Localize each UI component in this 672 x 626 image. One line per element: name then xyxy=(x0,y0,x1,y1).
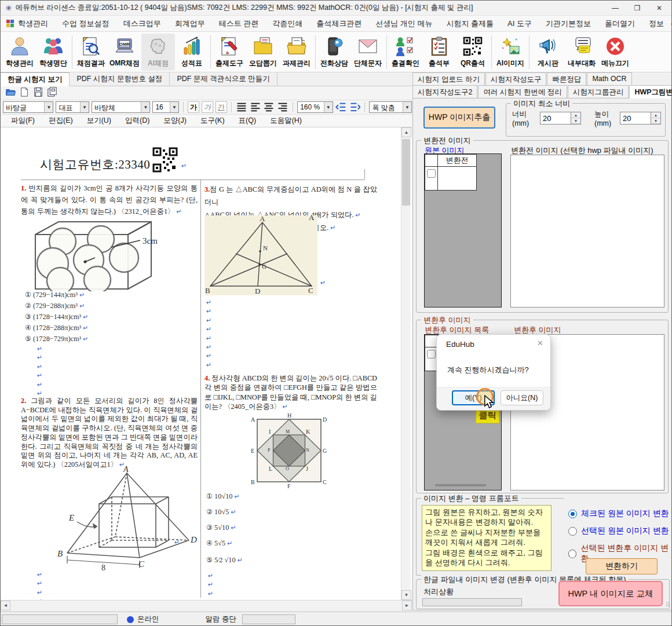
no-button[interactable]: 아니요(N) xyxy=(501,390,543,405)
toolbar-menu-off[interactable]: 메뉴끄기 xyxy=(598,34,632,71)
toolbar-student-manage[interactable]: 학생관리 xyxy=(3,34,36,71)
document-viewer[interactable]: 시험고유번호:23340 ↵ 1. 반지름의 길이가 3cm인 공 8개가 사각… xyxy=(1,127,412,600)
hwp-menu-table[interactable]: 표(Q) xyxy=(232,115,264,127)
width-spinner[interactable]: ▲▼ xyxy=(571,112,581,125)
menu-org-info[interactable]: 기관기본정보 xyxy=(539,16,598,31)
tab-hwp-exam-view[interactable]: 한글 시험지 보기 xyxy=(1,72,70,86)
scroll-down-button[interactable]: ▼ xyxy=(401,590,411,600)
hwp-menu-shape[interactable]: 모양(J) xyxy=(156,115,193,127)
tab-batch-organize[interactable]: 여러 시험지 한번에 정리 xyxy=(478,85,567,98)
tab-pdf-to-multiple-choice[interactable]: PDF 문제 객관식으로 만들기 xyxy=(170,72,277,86)
toolbar-group-sms[interactable]: 단체문자 xyxy=(351,34,385,71)
toolbar-ai-image[interactable]: AI이미지 xyxy=(494,34,527,71)
bold-button[interactable]: 가 xyxy=(188,101,199,113)
zoom-select[interactable]: 160 %▼ xyxy=(297,101,333,113)
toolbar-ai-grading[interactable]: AI채점 xyxy=(141,34,175,71)
toolbar-student-list[interactable]: 학생명단 xyxy=(36,34,70,71)
menu-ai-tools[interactable]: AI 도구 xyxy=(501,16,539,31)
save-as-button[interactable] xyxy=(47,87,57,99)
font-select[interactable]: 바탕체▼ xyxy=(92,101,150,113)
underline-button[interactable]: 간 xyxy=(216,101,227,113)
alarm-toggle-box[interactable] xyxy=(242,614,295,624)
hwp-menu-file[interactable]: 파일(F) xyxy=(4,115,42,127)
hwp-extract-button[interactable]: HWP 이미지추출 xyxy=(423,107,495,129)
toolbar-qr-attendance[interactable]: QR출석 xyxy=(456,34,490,71)
before-preview-box[interactable] xyxy=(510,155,664,307)
align-center-button[interactable] xyxy=(263,101,275,113)
scroll-left-button[interactable]: ◄ xyxy=(1,601,10,610)
tab-exam-upload[interactable]: 시험지 업로드 하기 xyxy=(412,72,485,85)
resize-grip[interactable]: ⠿ xyxy=(666,602,670,608)
vertical-scroll-thumb[interactable] xyxy=(402,139,410,206)
tab-exam-tool[interactable]: 시험지작성도구 xyxy=(485,72,547,85)
menu-class-info[interactable]: 수업 정보설정 xyxy=(55,16,116,31)
toolbar-omr-grading[interactable]: OMR OMR채점 xyxy=(108,34,141,71)
replace-hwp-image-button[interactable]: HWP 내 이미지로 교체 xyxy=(558,581,663,606)
scroll-up-button[interactable]: ▲ xyxy=(401,127,411,137)
menu-print[interactable]: 각종인쇄 xyxy=(265,16,309,31)
indent-decrease-button[interactable] xyxy=(335,101,347,113)
preset-select[interactable]: 대표▼ xyxy=(56,101,89,113)
minimize-button[interactable]: — xyxy=(605,2,625,14)
height-spinner[interactable]: ▲▼ xyxy=(651,112,661,125)
style-select[interactable]: 바탕글▼ xyxy=(3,101,53,113)
tab-exam-group[interactable]: 시험지그룹관리 xyxy=(568,85,629,98)
toolbar-attendance-check[interactable]: 출결확인 xyxy=(389,34,422,71)
radio-convert-checked-original[interactable]: 체크된 원본 이미지 변환 xyxy=(568,508,669,519)
font-size-select[interactable]: 16▼ xyxy=(152,101,179,113)
toolbar-attendance-book[interactable]: 출석부 xyxy=(422,34,456,71)
menu-attendance[interactable]: 출석체크관련 xyxy=(309,16,368,31)
menu-exam-tool[interactable]: 시험지 출제툴 xyxy=(439,16,501,31)
save-button[interactable] xyxy=(33,87,43,99)
convert-button[interactable]: 변환하기 xyxy=(586,558,658,574)
menu-info[interactable]: 정보 xyxy=(642,16,671,31)
tab-quick-answer[interactable]: 빠른정답 xyxy=(547,72,586,85)
source-image-list[interactable]: 변환전 xyxy=(424,153,502,307)
toolbar-phone-counsel[interactable]: 전화상담 xyxy=(317,34,351,71)
fit-width-select[interactable]: 폭 맞춤▼ xyxy=(369,101,412,113)
new-doc-button[interactable] xyxy=(19,87,30,99)
align-justify-button[interactable] xyxy=(236,101,247,113)
menu-accounting[interactable]: 회계업무 xyxy=(168,16,212,31)
italic-button[interactable]: 가 xyxy=(202,101,213,113)
hwp-menu-input[interactable]: 입력(D) xyxy=(118,115,156,127)
hwp-menu-tools[interactable]: 도구(K) xyxy=(193,115,232,127)
row-checkbox[interactable] xyxy=(427,169,436,178)
align-right-button[interactable] xyxy=(277,101,288,113)
menu-test[interactable]: 테스트 관련 xyxy=(212,16,266,31)
radio-convert-selected-original[interactable]: 선택된 원본 이미지 변환 xyxy=(568,526,669,536)
toolbar-report-card[interactable]: 성적표 xyxy=(175,34,209,71)
toolbar-board[interactable]: 게시판 xyxy=(531,34,565,71)
tab-exam-tool-2[interactable]: 시험지작성도구2 xyxy=(412,85,477,98)
toolbar-internal-chat[interactable]: 내부대화 xyxy=(565,34,598,71)
close-button[interactable]: ✕ xyxy=(649,2,669,14)
hwp-menu-view[interactable]: 보기(U) xyxy=(80,115,118,127)
toolbar-exam-tool[interactable]: 출제도구 xyxy=(213,34,246,71)
hwp-menu-help[interactable]: 도움말(H) xyxy=(263,115,309,127)
menu-open-folder[interactable]: 폴더열기 xyxy=(598,16,642,31)
menu-desk-work[interactable]: 데스크업무 xyxy=(116,16,168,31)
toolbar-grading-result[interactable]: 채점결과 xyxy=(74,34,108,71)
tab-math-ocr[interactable]: Math OCR xyxy=(587,72,631,85)
min-width-input[interactable] xyxy=(540,112,571,125)
tab-pdf-number-setting[interactable]: PDF 시험지 문항번호 설정 xyxy=(70,72,170,86)
toolbar-wrong-answer[interactable]: 오답뽑기 xyxy=(246,34,280,71)
open-file-button[interactable] xyxy=(5,87,16,99)
row-checkbox[interactable] xyxy=(427,350,436,358)
menu-student-mgmt[interactable]: 학생관리 xyxy=(11,16,55,31)
vertical-scrollbar[interactable]: ▲ ▼ xyxy=(401,127,411,600)
menu-teacher-personal[interactable]: 선생님 개인 메뉴 xyxy=(368,16,439,31)
scroll-right-button[interactable]: ► xyxy=(402,601,412,610)
figure-triangle-centroid: A B C D N G xyxy=(204,215,317,297)
align-left-button[interactable] xyxy=(250,101,261,113)
maximize-button[interactable]: ❐ xyxy=(627,2,647,14)
dialog-close-icon[interactable]: ✕ xyxy=(537,339,543,347)
min-height-input[interactable] xyxy=(620,112,651,125)
toolbar-homework[interactable]: 과제관리 xyxy=(280,34,313,71)
hwp-menu-edit[interactable]: 편집(E) xyxy=(42,115,80,127)
list-scroll-thumb[interactable] xyxy=(435,484,486,486)
tab-hwp-image-convert[interactable]: HWP그림변환 xyxy=(629,85,672,98)
indent-increase-button[interactable] xyxy=(349,101,361,113)
prompt-textarea[interactable]: 그림 원본은 유지하고, 원본의 숫자나 문자내용은 변경하지 말아줘. 손으로… xyxy=(422,505,552,571)
horizontal-scrollbar[interactable]: ◄ ► xyxy=(1,600,412,610)
